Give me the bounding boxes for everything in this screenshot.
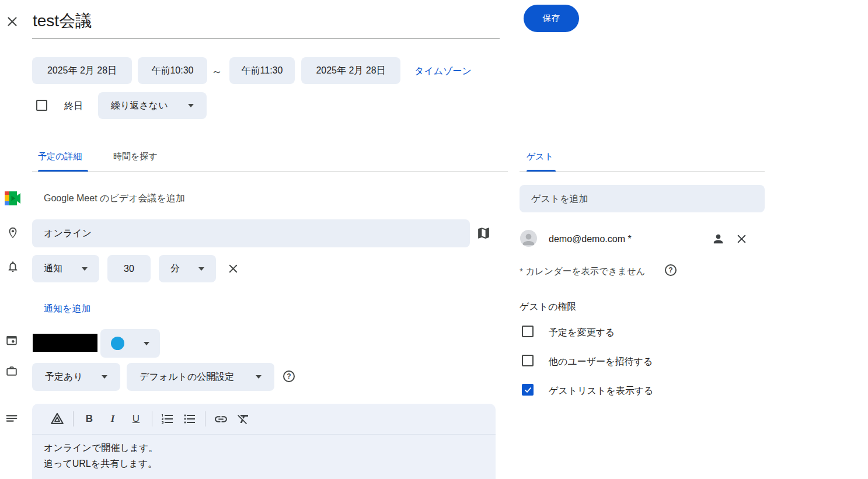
bulleted-list-icon (183, 412, 197, 426)
numbered-list-icon (161, 412, 175, 426)
chevron-down-icon (144, 342, 149, 345)
visibility-dropdown[interactable]: デフォルトの公開設定 (127, 363, 274, 391)
google-meet-icon (5, 191, 21, 205)
briefcase-icon (5, 364, 18, 378)
notification-minutes-input[interactable] (107, 255, 151, 282)
clear-formatting-icon (236, 412, 250, 426)
guest-organizer-button[interactable] (712, 232, 725, 246)
tabs-divider (32, 172, 508, 172)
end-time-button[interactable]: 午前11:30 (229, 57, 295, 84)
description-editor[interactable]: B I U オンラインで開催します。 追ってURLを共有します。 (32, 404, 496, 479)
description-text[interactable]: オンラインで開催します。 追ってURLを共有します。 (44, 440, 158, 471)
bulleted-list-button[interactable] (183, 412, 197, 426)
title-underline (32, 39, 500, 39)
add-notification-link[interactable]: 通知を追加 (44, 303, 90, 315)
start-time-button[interactable]: 午前10:30 (138, 57, 207, 84)
person-icon (520, 231, 537, 247)
permission-label: ゲストリストを表示する (549, 385, 653, 397)
invite-others-checkbox[interactable] (522, 355, 534, 366)
map-button[interactable] (476, 226, 491, 240)
drive-triangle-icon (50, 411, 65, 426)
note-help-icon[interactable]: ? (665, 264, 677, 276)
visibility-value: デフォルトの公開設定 (140, 371, 234, 383)
guest-remove-button[interactable] (735, 232, 748, 246)
chevron-down-icon (198, 267, 204, 271)
chevron-down-icon (188, 104, 194, 107)
numbered-list-button[interactable] (161, 412, 175, 426)
remove-notification-button[interactable] (226, 262, 240, 275)
calendar-name-redacted[interactable] (33, 334, 97, 352)
description-line: 追ってURLを共有します。 (44, 456, 158, 471)
recurrence-dropdown[interactable]: 繰り返さない (98, 92, 207, 119)
location-pin-icon (6, 225, 19, 240)
guest-avatar (520, 230, 537, 247)
permission-row: ゲストリストを表示する (522, 384, 534, 397)
guest-add-input[interactable] (520, 185, 765, 212)
check-icon (524, 386, 532, 394)
permission-row: 予定を変更する (522, 326, 534, 340)
close-button[interactable] (5, 14, 20, 29)
event-edit-page: test会議 保存 2025年 2月 28日 午前10:30 ～ 午前11:30… (0, 0, 868, 479)
calendar-color-dropdown[interactable] (100, 329, 160, 358)
notification-unit-dropdown[interactable]: 分 (159, 255, 216, 282)
bell-icon (6, 259, 19, 274)
chevron-down-icon (256, 375, 262, 379)
guest-list-item: demo@demo.com * (520, 230, 765, 250)
guests-divider (520, 172, 765, 172)
close-icon (226, 262, 240, 275)
add-meet-button[interactable]: Google Meet のビデオ会議を追加 (44, 193, 185, 205)
toolbar-separator (73, 411, 74, 426)
tab-guests[interactable]: ゲスト (527, 151, 553, 162)
link-icon (214, 412, 228, 426)
underline-button[interactable]: U (128, 413, 144, 425)
end-date-button[interactable]: 2025年 2月 28日 (301, 57, 400, 84)
busy-status-value: 予定あり (45, 371, 83, 383)
guest-email: demo@demo.com * (549, 234, 632, 244)
description-icon (5, 412, 18, 425)
save-button[interactable]: 保存 (524, 5, 579, 32)
recurrence-value: 繰り返さない (111, 100, 168, 112)
all-day-label: 終日 (64, 100, 83, 113)
calendar-note: * カレンダーを表示できません (520, 265, 645, 278)
clear-formatting-button[interactable] (236, 412, 250, 426)
visibility-help-icon[interactable]: ? (283, 370, 295, 382)
description-line: オンラインで開催します。 (44, 440, 158, 456)
bold-button[interactable]: B (82, 413, 97, 425)
insert-link-button[interactable] (214, 412, 228, 426)
event-title-input[interactable]: test会議 (33, 10, 92, 32)
toolbar-separator (152, 411, 152, 426)
all-day-checkbox[interactable] (36, 100, 47, 111)
permission-label: 予定を変更する (549, 327, 615, 339)
italic-button[interactable]: I (105, 413, 120, 425)
notification-type-dropdown[interactable]: 通知 (32, 255, 99, 282)
permission-row: 他のユーザーを招待する (522, 355, 534, 369)
close-icon (735, 232, 748, 246)
notification-unit-value: 分 (170, 263, 180, 275)
person-icon (712, 232, 725, 246)
guest-permissions-title: ゲストの権限 (520, 301, 577, 313)
start-date-button[interactable]: 2025年 2月 28日 (32, 57, 132, 84)
calendar-icon (5, 333, 18, 347)
see-guest-list-checkbox[interactable] (522, 384, 534, 396)
time-separator: ～ (211, 64, 222, 79)
permission-label: 他のユーザーを招待する (549, 356, 653, 368)
calendar-color-swatch (111, 337, 124, 350)
toolbar-separator (205, 411, 205, 426)
notification-type-value: 通知 (44, 263, 62, 275)
tab-event-details[interactable]: 予定の詳細 (38, 151, 82, 162)
modify-event-checkbox[interactable] (522, 326, 534, 337)
description-toolbar: B I U (50, 410, 250, 428)
editor-toolbar-divider (32, 434, 496, 435)
chevron-down-icon (102, 375, 107, 379)
drive-attach-button[interactable] (50, 411, 65, 426)
location-input[interactable] (32, 219, 470, 247)
chevron-down-icon (82, 267, 88, 271)
busy-status-dropdown[interactable]: 予定あり (32, 363, 120, 391)
tab-find-time[interactable]: 時間を探す (113, 151, 158, 162)
map-icon (476, 226, 491, 240)
close-icon (5, 14, 20, 29)
timezone-link[interactable]: タイムゾーン (414, 65, 472, 78)
